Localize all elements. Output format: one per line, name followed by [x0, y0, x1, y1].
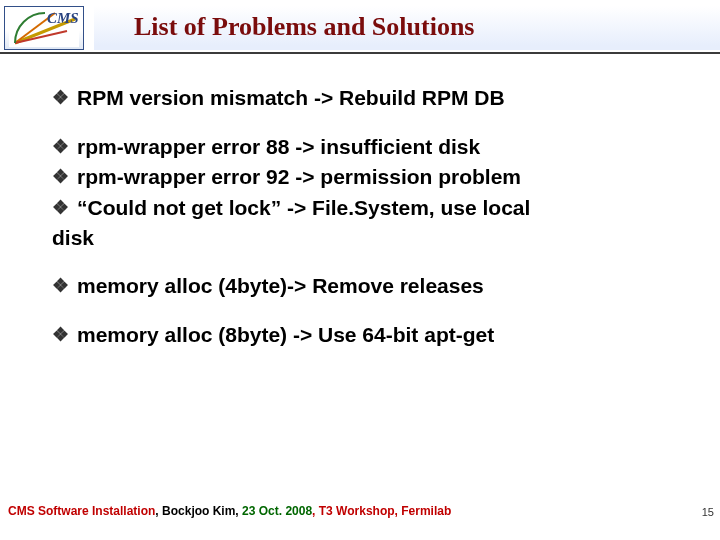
- diamond-bullet-icon: ❖: [52, 194, 69, 223]
- diamond-bullet-icon: ❖: [52, 272, 69, 301]
- footer: CMS Software Installation, Bockjoo Kim, …: [8, 504, 451, 518]
- bullet-text: rpm-wrapper error 88 -> insufficient dis…: [77, 133, 480, 161]
- page-title: List of Problems and Solutions: [134, 12, 720, 42]
- svg-text:CMS: CMS: [47, 10, 79, 26]
- footer-author: Bockjoo Kim,: [162, 504, 242, 518]
- slide-number: 15: [702, 506, 714, 518]
- diamond-bullet-icon: ❖: [52, 321, 69, 350]
- cms-logo-icon: CMS: [9, 9, 79, 47]
- diamond-bullet-icon: ❖: [52, 163, 69, 192]
- bullet-item: ❖ rpm-wrapper error 92 -> permission pro…: [52, 163, 690, 192]
- bullet-continuation: disk: [52, 224, 690, 252]
- bullet-text: “Could not get lock” -> File.System, use…: [77, 194, 530, 222]
- content: ❖ RPM version mismatch -> Rebuild RPM DB…: [0, 54, 720, 349]
- bullet-text: disk: [52, 224, 94, 252]
- bullet-item: ❖ rpm-wrapper error 88 -> insufficient d…: [52, 133, 690, 162]
- footer-date: 23 Oct. 2008: [242, 504, 312, 518]
- bullet-text: rpm-wrapper error 92 -> permission probl…: [77, 163, 521, 191]
- bullet-item: ❖ “Could not get lock” -> File.System, u…: [52, 194, 690, 223]
- bullet-item: ❖ memory alloc (8byte) -> Use 64-bit apt…: [52, 321, 690, 350]
- bullet-text: RPM version mismatch -> Rebuild RPM DB: [77, 84, 505, 112]
- footer-sep: ,: [312, 504, 319, 518]
- diamond-bullet-icon: ❖: [52, 84, 69, 113]
- footer-project: CMS Software Installation: [8, 504, 155, 518]
- slide: CMS List of Problems and Solutions ❖ RPM…: [0, 0, 720, 540]
- bullet-item: ❖ RPM version mismatch -> Rebuild RPM DB: [52, 84, 690, 113]
- header: CMS List of Problems and Solutions: [0, 0, 720, 50]
- cms-logo: CMS: [4, 6, 84, 50]
- bullet-item: ❖ memory alloc (4byte)-> Remove releases: [52, 272, 690, 301]
- diamond-bullet-icon: ❖: [52, 133, 69, 162]
- bullet-text: memory alloc (8byte) -> Use 64-bit apt-g…: [77, 321, 494, 349]
- footer-venue: T3 Workshop, Fermilab: [319, 504, 451, 518]
- bullet-text: memory alloc (4byte)-> Remove releases: [77, 272, 484, 300]
- title-bar: List of Problems and Solutions: [94, 6, 720, 50]
